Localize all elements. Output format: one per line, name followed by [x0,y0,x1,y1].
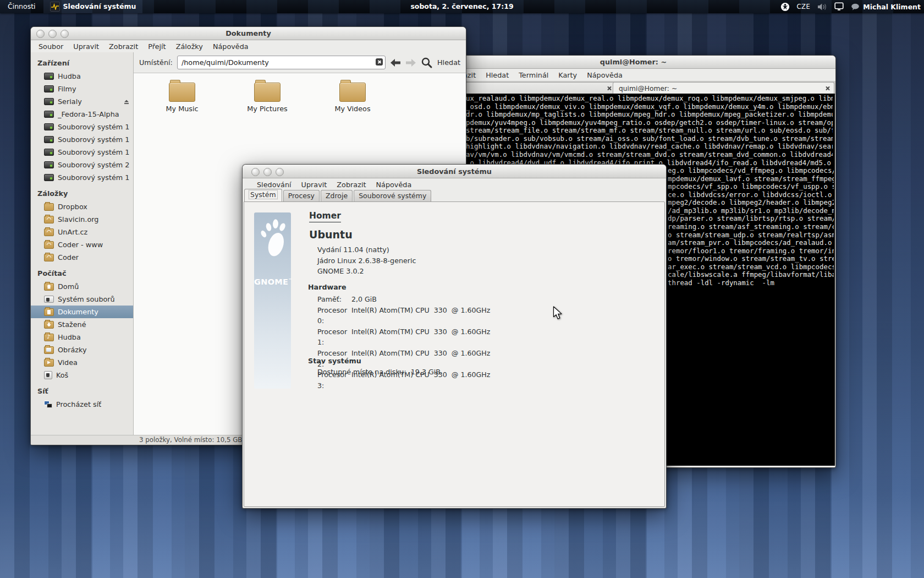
fm-menu-zalozky[interactable]: Záložky [172,41,207,52]
fm-menu-napoveda[interactable]: Nápověda [208,41,253,52]
terminal-menu-hledat[interactable]: Hledat [481,70,513,80]
search-icon[interactable] [421,57,433,69]
terminal-line: o tremor/window.o stream/stream_tv.o str… [668,255,834,263]
tab-zdroje[interactable]: Zdroje [321,190,353,201]
terminal-line: mpdemux/demux_lavf.o stream/stream_ffmpe… [668,175,834,183]
sm-menu-upravit[interactable]: Upravit [297,179,332,190]
sidebar-item-fedora[interactable]: _Fedora-15-Alpha [31,108,133,121]
sidebar-item-hudba[interactable]: Hudba [31,331,133,343]
drive-icon [44,149,54,156]
tab-close-icon[interactable] [606,85,612,91]
file-manager-menubar: Soubor Upravit Zobrazit Přejít Záložky N… [31,40,466,52]
tab-souborove-systemy[interactable]: Souborové systémy [354,190,431,201]
cpu1-value: Intel(R) Atom(TM) CPU 330 @ 1.60GHz [351,326,490,348]
clear-location-icon[interactable] [376,58,383,66]
release-line: Vydání 11.04 (natty) [317,244,416,255]
sidebar-item-domu[interactable]: Domů [31,280,133,293]
sidebar-item-obrazky[interactable]: Obrázky [31,343,133,356]
sidebar-item-coder-www[interactable]: Coder - www [31,238,133,251]
terminal-line: o stream/stream_udp.o stream/realrtsp/as… [668,231,834,239]
drive-icon [44,123,54,130]
folder-icon [44,203,54,211]
file-manager-titlebar[interactable]: Dokumenty [31,27,466,40]
system-monitor-icon [50,2,60,12]
top-panel: Činnosti Sledování systému sobota, 2. če… [0,0,924,13]
volume-icon[interactable] [817,3,827,11]
gnome-wordmark: GNOME™ [254,277,291,286]
sidebar-item-fs16b[interactable]: Souborový systém 16 GB [31,133,133,146]
terminal-tabbar: quimi@Homer: ~ [431,81,835,95]
system-monitor-titlebar[interactable]: Sledování systému [243,165,666,178]
sidebar-item-fs16a[interactable]: Souborový systém 16 GB [31,121,133,133]
sidebar-section-bookmarks: Záložky [31,187,133,200]
sidebar-item-coder[interactable]: Coder [31,251,133,264]
sidebar-item-dropbox[interactable]: Dropbox [31,200,133,213]
terminal-menu-terminal[interactable]: Terminál [514,70,553,80]
folder-my-music[interactable]: My Music [155,83,210,113]
fm-menu-prejit[interactable]: Přejít [144,41,170,52]
terminal-line: mpcodecs/vf_spp.o libmpcodecs/vf_uspp.o … [668,183,834,191]
keyboard-layout-indicator[interactable]: CZE [797,3,811,10]
sidebar-item-videa[interactable]: Videa [31,356,133,369]
folder-my-pictures[interactable]: My Pictures [240,83,295,113]
kernel-line: Jádro Linux 2.6.38-8-generic [317,255,416,266]
sidebar-item-slavicin[interactable]: Slavicin.org [31,213,133,226]
system-monitor-title: Sledování systému [417,167,492,176]
network-icon [44,401,52,408]
tab-procesy[interactable]: Procesy [283,190,320,201]
active-app-indicator[interactable]: Sledování systému [43,0,143,13]
terminal-tab-2[interactable]: quimi@Homer: ~ [613,82,834,94]
gnome-version-line: GNOME 3.0.2 [317,266,416,277]
forward-button[interactable] [405,58,416,67]
search-button-label[interactable]: Hledat [437,58,460,67]
user-menu[interactable]: Michal Kliment [851,3,921,11]
tab-close-icon[interactable] [824,85,831,91]
location-input[interactable] [177,56,386,69]
sidebar-item-fs16c[interactable]: Souborový systém 16 GB [31,146,133,159]
minimize-button[interactable] [48,30,57,38]
sidebar-item-dokumenty-selected[interactable]: Dokumenty [31,306,133,318]
sidebar-item-fs11[interactable]: Souborový systém 11 GB [31,171,133,184]
location-toolbar: Umístění: Hledat [134,52,466,73]
minimize-button[interactable] [263,168,272,176]
tab-system[interactable]: Systém [244,189,282,201]
close-button[interactable] [36,30,45,38]
file-manager-title: Dokumenty [226,29,271,37]
drive-icon [44,98,54,105]
maximize-button[interactable] [276,168,284,176]
terminal-titlebar[interactable]: quimi@Homer: ~ [431,56,835,69]
sm-menu-sledovani[interactable]: Sledování [252,179,296,190]
notebook-tabs: Systém Procesy Zdroje Souborové systémy [244,190,431,201]
terminal-menu-karty[interactable]: Karty [554,70,581,80]
display-icon[interactable] [834,2,844,11]
sidebar-item-unart[interactable]: UnArt.cz [31,226,133,238]
fm-menu-soubor[interactable]: Soubor [34,41,68,52]
terminal-line: ar_exec.o stream/stream_vcd.o libmpcodec… [668,263,834,271]
sidebar-item-stazene[interactable]: Stažené [31,318,133,331]
sidebar-item-fs27[interactable]: Souborový systém 27 GB [31,159,133,171]
sidebar-item-filmy[interactable]: Filmy [31,83,133,95]
sidebar-item-system-souboru[interactable]: Systém souborů [31,293,133,306]
accessibility-icon[interactable] [780,2,790,12]
fm-menu-zobrazit[interactable]: Zobrazit [105,41,142,52]
eject-icon[interactable] [123,99,130,105]
sidebar-item-kos[interactable]: Koš [31,369,133,381]
sidebar-item-hudba-device[interactable]: Hudba [31,70,133,83]
sidebar-item-prochazet-sit[interactable]: Procházet síť [31,398,133,411]
activities-button[interactable]: Činnosti [0,0,43,13]
terminal-menu-napoveda[interactable]: Nápověda [582,70,627,80]
sidebar-item-serialy[interactable]: Serialy [31,95,133,108]
folder-my-videos[interactable]: My Videos [325,83,380,113]
sm-menu-zobrazit[interactable]: Zobrazit [332,179,370,190]
clock[interactable]: sobota, 2. červenec, 17:19 [410,0,513,13]
distro-name: Ubuntu [309,228,353,241]
sm-menu-napoveda[interactable]: Nápověda [371,179,416,190]
downloads-folder-icon [44,321,54,329]
chat-bubble-icon [851,3,860,10]
maximize-button[interactable] [61,30,69,38]
close-button[interactable] [251,168,260,176]
disk-value: 19,3 GiB [409,368,441,376]
system-monitor-menubar: Sledování Upravit Zobrazit Nápověda [243,178,666,190]
fm-menu-upravit[interactable]: Upravit [69,41,103,52]
back-button[interactable] [390,58,401,67]
